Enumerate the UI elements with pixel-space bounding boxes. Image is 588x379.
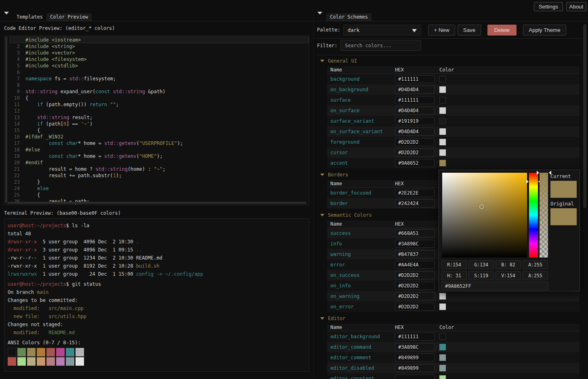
color-row-accent[interactable]: accent#9A8652 — [327, 158, 580, 168]
blue-value-box[interactable]: B: 82 — [496, 260, 521, 269]
hex-value-input[interactable]: #B47837 — [395, 250, 435, 258]
about-button[interactable]: About — [566, 2, 586, 11]
hex-value-input[interactable]: #D2D2D2 — [395, 149, 435, 157]
section-header-editor[interactable]: Editor — [320, 316, 345, 321]
color-swatch[interactable] — [439, 128, 446, 135]
color-row-on_background[interactable]: on_background#D4D4D4 — [327, 84, 580, 95]
color-row-editor_disabled[interactable]: editor_disabled#849899 — [327, 363, 580, 373]
color-row-editor_comment[interactable]: editor_comment#849899 — [327, 352, 580, 363]
hex-value-input[interactable]: #D2D2D2 — [395, 282, 435, 290]
color-swatch[interactable] — [439, 354, 446, 361]
code-line: 2#include <string> — [8, 43, 309, 50]
color-swatch[interactable] — [439, 375, 446, 379]
collapse-panel-icon[interactable] — [4, 15, 10, 20]
section-header-semantic-colors[interactable]: Semantic Colors — [320, 212, 372, 218]
saturation-value-area[interactable] — [442, 173, 527, 258]
settings-button[interactable]: Settings — [534, 2, 563, 11]
sv-cursor[interactable] — [479, 204, 484, 209]
color-row-on_surface_variant[interactable]: on_surface_variant#D4D4D4 — [327, 126, 580, 137]
color-row-editor_background[interactable]: editor_background#111111 — [327, 331, 580, 342]
hex-value-input[interactable]: #849899 — [395, 364, 435, 372]
hex-value-input[interactable]: #D2D2D2 — [395, 303, 435, 311]
hex-value-input[interactable]: #D4D4D4 — [395, 86, 435, 94]
token-kw: if — [37, 121, 43, 127]
alpha-hsv-value-box[interactable]: A:255 — [523, 271, 548, 280]
hex-value-input[interactable]: #AA4E4A — [395, 261, 435, 269]
color-row-on_surface[interactable]: on_surface#D4D4D4 — [327, 105, 580, 116]
color-row-cursor[interactable]: cursor#D2D2D2 — [327, 147, 580, 158]
color-row-on_warning[interactable]: on_warning#D2D2D2 — [327, 291, 580, 302]
hex-value-input[interactable]: #3A898C — [395, 240, 435, 248]
token-teal: lrwxrwxrwx — [8, 271, 37, 277]
color-swatch[interactable] — [439, 76, 446, 82]
hex-value-input[interactable]: #D4D4D4 — [395, 107, 435, 115]
color-row-surface[interactable]: surface#111111 — [327, 95, 580, 105]
color-row-editor_command[interactable]: editor_command#3A898C — [327, 342, 580, 352]
delete-button[interactable]: Delete — [487, 25, 517, 36]
current-color-swatch[interactable] — [550, 181, 577, 198]
hex-value-input[interactable]: #849899 — [395, 354, 435, 362]
schemes-scrollbar[interactable] — [583, 24, 586, 208]
color-swatch[interactable] — [439, 118, 446, 124]
hex-value-input[interactable]: #191919 — [395, 117, 435, 125]
hex-value-input[interactable]: #D2D2D2 — [395, 292, 435, 300]
hue-slider[interactable] — [529, 173, 538, 258]
green-value-box[interactable]: G:134 — [468, 260, 494, 269]
red-value-box[interactable]: R:154 — [441, 260, 467, 269]
color-swatch[interactable] — [439, 107, 446, 114]
color-swatch[interactable] — [439, 139, 446, 145]
color-swatch[interactable] — [439, 149, 446, 156]
hex-value-input[interactable]: #D4D4D4 — [395, 128, 435, 136]
code-vertical-scrollbar[interactable] — [5, 37, 7, 203]
palette-dropdown[interactable]: dark — [343, 25, 421, 36]
color-name: background — [330, 76, 395, 82]
ansi-color-swatch — [37, 357, 45, 366]
color-name: surface — [330, 97, 395, 103]
filter-input[interactable] — [340, 40, 421, 51]
hex-value-input[interactable]: #D2D2D2 — [395, 271, 435, 279]
apply-theme-button[interactable]: Apply Theme — [523, 25, 566, 36]
tab-color-preview[interactable]: Color Preview — [46, 13, 92, 21]
color-row-editor_constant[interactable]: editor_constant — [327, 373, 580, 379]
color-row-foreground[interactable]: foreground#D2D2D2 — [327, 137, 580, 147]
alpha-slider[interactable] — [540, 173, 548, 258]
hex-value-input[interactable] — [395, 375, 435, 379]
hex-value-input[interactable]: #111111 — [395, 75, 435, 83]
color-swatch[interactable] — [439, 365, 446, 371]
original-color-swatch[interactable] — [550, 208, 577, 225]
section-header-borders[interactable]: Borders — [320, 172, 349, 178]
color-swatch[interactable] — [439, 344, 446, 350]
color-swatch[interactable] — [439, 304, 446, 310]
collapse-schemes-icon[interactable] — [317, 15, 323, 20]
hex-value-input[interactable]: #2E2E2E — [395, 189, 435, 197]
color-row-on_error[interactable]: on_error#D2D2D2 — [327, 302, 580, 312]
color-swatch[interactable] — [439, 86, 446, 93]
color-swatch[interactable] — [439, 333, 446, 340]
hex-input[interactable]: #9A8652FF — [441, 282, 548, 290]
hue-value-box[interactable]: H: 31 — [441, 271, 467, 280]
color-swatch[interactable] — [439, 160, 446, 166]
value-value-box[interactable]: V:154 — [496, 271, 521, 280]
hex-value-input[interactable]: #111111 — [395, 333, 435, 341]
color-swatch[interactable] — [439, 97, 446, 103]
hex-value-input[interactable]: #3A898C — [395, 343, 435, 351]
tab-templates[interactable]: Templates — [13, 13, 46, 21]
color-row-background[interactable]: background#111111 — [327, 74, 580, 84]
color-row-surface_variant[interactable]: surface_variant#191919 — [327, 116, 580, 126]
hex-value-input[interactable]: #242424 — [395, 199, 435, 207]
hex-value-input[interactable]: #D2D2D2 — [395, 138, 435, 146]
hex-value-input[interactable]: #668A51 — [395, 229, 435, 237]
token-pp: #include <vector> — [25, 50, 75, 56]
section-title: Semantic Colors — [328, 212, 372, 218]
tab-color-schemes[interactable]: Color Schemes — [326, 13, 372, 21]
token-red: user@host:~/projects — [8, 281, 66, 287]
new-palette-button[interactable]: + New — [428, 25, 455, 36]
color-swatch[interactable] — [439, 293, 446, 299]
save-button[interactable]: Save — [458, 25, 481, 36]
section-header-general-ui[interactable]: General UI — [320, 58, 357, 64]
code-horizontal-scrollbar[interactable] — [8, 202, 307, 204]
hex-value-input[interactable]: #9A8652 — [395, 159, 435, 167]
alpha-value-box[interactable]: A:255 — [523, 260, 548, 269]
saturation-value-box[interactable]: S:119 — [468, 271, 494, 280]
hex-value-input[interactable]: #111111 — [395, 96, 435, 104]
